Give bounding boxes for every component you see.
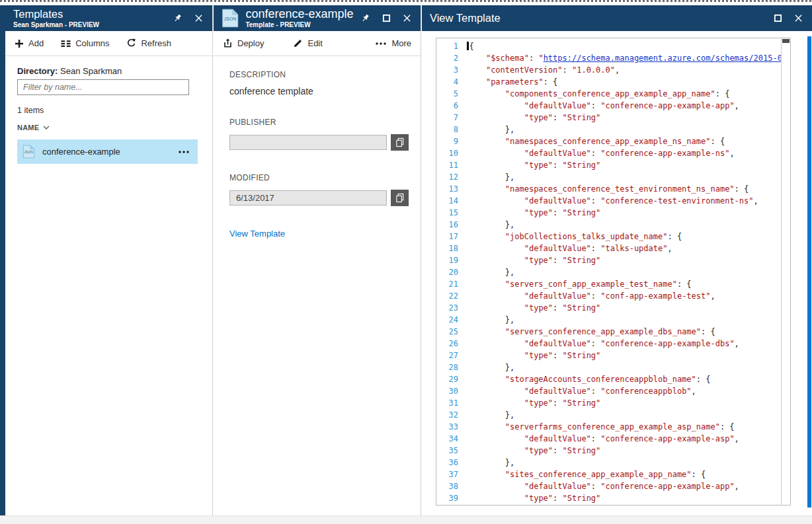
code-text: "components_conference_app_example_app_n… (467, 88, 781, 100)
filter-input[interactable] (17, 79, 189, 95)
code-line: 23 "type": "String" (436, 302, 781, 314)
code-text: "defaultValue": "conference-app-example-… (467, 480, 781, 492)
template-list-row[interactable]: JSON conference-example (17, 139, 198, 164)
code-text: }, (467, 171, 781, 183)
description-label: DESCRIPTION (229, 70, 286, 79)
code-text: }, (467, 314, 781, 326)
code-text: }, (467, 266, 781, 278)
modified-field[interactable] (229, 190, 387, 206)
line-number: 14 (436, 195, 467, 207)
code-line: 37 "sites_conference_app_example_app_nam… (436, 468, 781, 480)
name-column-header[interactable]: NAME (17, 124, 50, 131)
line-number: 30 (436, 385, 467, 397)
detail-blade-subtitle: Template - PREVIEW (245, 21, 351, 28)
code-line: 14 "defaultValue": "conference-test-envi… (436, 195, 781, 207)
code-text: "defaultValue": "conference-test-environ… (467, 195, 781, 207)
line-number: 24 (436, 314, 467, 326)
code-text: "type": "String" (467, 159, 781, 171)
code-text: "type": "String" (467, 254, 781, 266)
code-text: "sites_conference_app_example_app_name":… (467, 468, 781, 480)
code-line: 15 "type": "String" (436, 207, 781, 219)
line-number: 1 (436, 40, 467, 52)
code-line: 17 "jobCollections_talks_update_name": { (436, 231, 781, 243)
publisher-field[interactable] (229, 135, 387, 150)
add-button[interactable]: Add (15, 38, 44, 48)
line-number: 15 (436, 207, 467, 219)
code-line: 29 "storageAccounts_conferenceappblob_na… (436, 373, 781, 385)
code-line: 16 }, (436, 219, 781, 231)
code-text: "servers_conference_app_example_dbs_name… (467, 326, 781, 338)
text-cursor (467, 42, 469, 50)
close-icon (403, 14, 411, 22)
close-icon[interactable] (192, 13, 206, 24)
template-code-editor[interactable]: 1{2 "$schema": "https://schema.managemen… (436, 38, 791, 505)
code-text: "type": "String" (467, 445, 781, 457)
line-number: 21 (436, 278, 467, 290)
row-context-menu-button[interactable] (177, 145, 191, 159)
code-line: 36 }, (436, 457, 781, 468)
maximize-icon[interactable] (380, 13, 393, 24)
templates-blade-subtitle: Sean Sparkman - PREVIEW (13, 21, 99, 28)
code-text: "defaultValue": "conference-app-example-… (467, 100, 781, 112)
code-line: 22 "defaultValue": "conf-app-example-tes… (436, 290, 781, 302)
code-line: 10 "defaultValue": "conference-app-examp… (436, 147, 781, 159)
editor-scrollbar-thumb[interactable] (782, 39, 790, 43)
publisher-field-row (229, 134, 409, 151)
chevron-down-icon (43, 125, 50, 130)
code-line: 19 "type": "String" (436, 254, 781, 266)
close-icon[interactable] (400, 13, 414, 24)
code-text: "serverfarms_conference_app_example_asp_… (467, 421, 781, 433)
code-line: 24 }, (436, 314, 781, 326)
screen-top-dotted-border (0, 0, 812, 2)
copy-publisher-button[interactable] (391, 134, 409, 151)
copy-icon (395, 137, 405, 147)
deploy-button[interactable]: Deploy (223, 38, 264, 48)
code-line: 11 "type": "String" (436, 159, 781, 171)
view-template-link[interactable]: View Template (229, 229, 285, 239)
more-button[interactable]: More (375, 38, 411, 48)
blade-accent-scroll-strip[interactable] (807, 36, 811, 507)
line-number: 11 (436, 159, 467, 171)
columns-button[interactable]: Columns (61, 38, 109, 48)
code-text: }, (467, 219, 781, 231)
line-number: 9 (436, 135, 467, 147)
detail-blade-title: conference-example (245, 8, 351, 21)
pin-icon[interactable] (170, 12, 185, 24)
editor-scrollbar[interactable] (781, 38, 790, 505)
code-line: 39 "type": "String" (436, 492, 781, 504)
directory-line: Directory: Sean Sparkman (17, 66, 122, 76)
line-number: 6 (436, 100, 467, 112)
modified-field-row (229, 190, 409, 206)
refresh-icon (126, 38, 136, 48)
maximize-icon (382, 14, 391, 22)
pin-icon[interactable] (358, 12, 373, 24)
refresh-button[interactable]: Refresh (126, 38, 171, 48)
line-number: 16 (436, 219, 467, 231)
maximize-icon[interactable] (771, 13, 785, 24)
columns-icon (61, 39, 71, 48)
add-icon (15, 39, 24, 48)
code-text: }, (467, 124, 781, 135)
deploy-icon (223, 38, 233, 48)
modified-label: MODIFIED (229, 173, 270, 182)
code-text: }, (467, 361, 781, 373)
code-text: "type": "String" (467, 397, 781, 409)
line-number: 38 (436, 480, 467, 492)
copy-modified-button[interactable] (391, 190, 409, 206)
json-file-icon: JSON (22, 144, 35, 159)
line-number: 23 (436, 302, 467, 314)
edit-button[interactable]: Edit (293, 38, 322, 48)
code-line: 6 "defaultValue": "conference-app-exampl… (436, 100, 781, 112)
code-line: 27 "type": "String" (436, 350, 781, 361)
code-line: 25 "servers_conference_app_example_dbs_n… (436, 326, 781, 338)
line-number: 32 (436, 409, 467, 421)
line-number: 35 (436, 445, 467, 457)
line-number: 22 (436, 290, 467, 302)
code-text: "defaultValue": "conferenceappblob", (467, 385, 781, 397)
close-icon[interactable] (792, 13, 805, 24)
name-column-label: NAME (17, 124, 39, 131)
pin-icon (173, 13, 183, 23)
line-number: 3 (436, 64, 467, 76)
code-text: "$schema": "https://schema.management.az… (467, 52, 781, 64)
code-line: 38 "defaultValue": "conference-app-examp… (436, 480, 781, 492)
